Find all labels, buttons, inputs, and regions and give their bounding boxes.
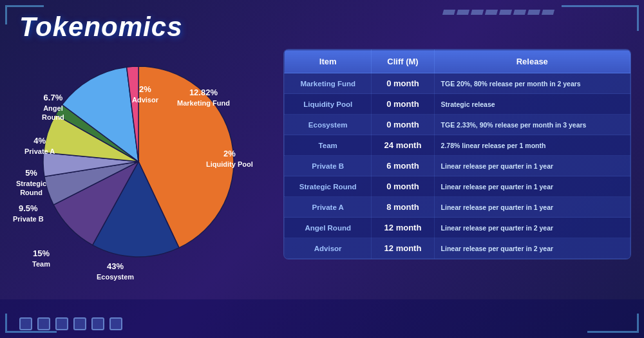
label-privateb: 9.5% Private B bbox=[13, 203, 44, 223]
bottom-dots bbox=[19, 317, 122, 330]
cell-release-0: TGE 20%, 80% release per month in 2 year… bbox=[434, 73, 630, 94]
label-angel: 6.7% AngelRound bbox=[42, 93, 64, 122]
table-row: Strategic Round0 monthLinear release per… bbox=[285, 176, 630, 197]
label-advisor: 2% Advisor bbox=[132, 84, 158, 104]
cell-cliff-7: 12 month bbox=[372, 218, 434, 238]
page-title: Tokenomics bbox=[19, 12, 625, 42]
cell-release-7: Linear release per quarter in 2 year bbox=[434, 218, 630, 238]
cell-release-4: Linear release per quarter in 1 year bbox=[434, 156, 630, 176]
cell-release-5: Linear release per quarter in 1 year bbox=[434, 176, 630, 197]
col-header-cliff: Cliff (M) bbox=[372, 50, 434, 73]
col-header-item: Item bbox=[285, 50, 372, 73]
table-row: Angel Round12 monthLinear release per qu… bbox=[285, 218, 630, 238]
cell-item-1: Liquidity Pool bbox=[285, 94, 372, 115]
cell-cliff-6: 8 month bbox=[372, 197, 434, 218]
cell-cliff-0: 0 month bbox=[372, 73, 434, 94]
table-row: Liquidity Pool0 monthStrategic release bbox=[285, 94, 630, 115]
label-strategic: 5% StrategicRound bbox=[16, 168, 46, 197]
table-row: Private A8 monthLinear release per quart… bbox=[285, 197, 630, 218]
tokenomics-table: Item Cliff (M) Release Marketing Fund0 m… bbox=[283, 49, 631, 259]
label-team: 15% Team bbox=[32, 249, 50, 268]
dot-3 bbox=[55, 317, 68, 330]
cell-cliff-1: 0 month bbox=[372, 94, 434, 115]
cell-release-8: Linear release per quarter in 2 year bbox=[434, 238, 630, 259]
cell-release-6: Linear release per quarter in 1 year bbox=[434, 197, 630, 218]
cell-item-7: Angel Round bbox=[285, 218, 372, 238]
col-header-release: Release bbox=[434, 50, 630, 73]
cell-item-4: Private B bbox=[285, 156, 372, 176]
cell-cliff-3: 24 month bbox=[372, 135, 434, 156]
dot-1 bbox=[19, 317, 32, 330]
header: Tokenomics bbox=[0, 0, 644, 49]
cell-item-0: Marketing Fund bbox=[285, 73, 372, 94]
label-liquidity: 2% Liquidity Pool bbox=[206, 149, 253, 169]
table-row: Team24 month2.78% linear release per 1 m… bbox=[285, 135, 630, 156]
cell-cliff-2: 0 month bbox=[372, 115, 434, 135]
corner-decoration-tr bbox=[562, 5, 639, 31]
cell-item-8: Advisor bbox=[285, 238, 372, 259]
table-row: Marketing Fund0 monthTGE 20%, 80% releas… bbox=[285, 73, 630, 94]
table-row: Advisor12 monthLinear release per quarte… bbox=[285, 238, 630, 259]
table-header-row: Item Cliff (M) Release bbox=[285, 50, 630, 73]
label-privatea: 4% Private A bbox=[24, 136, 55, 156]
hash-lines-decoration bbox=[443, 10, 554, 15]
cell-item-5: Strategic Round bbox=[285, 176, 372, 197]
dot-2 bbox=[37, 317, 50, 330]
cell-release-1: Strategic release bbox=[434, 94, 630, 115]
main-content: 43% Ecosystem 15% Team 9.5% Private B 5%… bbox=[0, 49, 644, 300]
cell-cliff-8: 12 month bbox=[372, 238, 434, 259]
cell-release-3: 2.78% linear release per 1 month bbox=[434, 135, 630, 156]
cell-item-6: Private A bbox=[285, 197, 372, 218]
cell-cliff-5: 0 month bbox=[372, 176, 434, 197]
dot-4 bbox=[73, 317, 86, 330]
label-ecosystem: 43% Ecosystem bbox=[97, 261, 134, 281]
table-row: Private B6 monthLinear release per quart… bbox=[285, 156, 630, 176]
cell-cliff-4: 6 month bbox=[372, 156, 434, 176]
corner-decoration-tl bbox=[5, 5, 44, 24]
corner-decoration-br bbox=[587, 314, 639, 333]
cell-item-3: Team bbox=[285, 135, 372, 156]
dot-6 bbox=[109, 317, 122, 330]
label-marketing: 12.82% Marketing Fund bbox=[177, 88, 230, 108]
table-row: Ecosystem0 monthTGE 2.33%, 90% release p… bbox=[285, 115, 630, 135]
dot-5 bbox=[91, 317, 104, 330]
cell-release-2: TGE 2.33%, 90% release per month in 3 ye… bbox=[434, 115, 630, 135]
cell-item-2: Ecosystem bbox=[285, 115, 372, 135]
chart-area: 43% Ecosystem 15% Team 9.5% Private B 5%… bbox=[13, 49, 270, 294]
